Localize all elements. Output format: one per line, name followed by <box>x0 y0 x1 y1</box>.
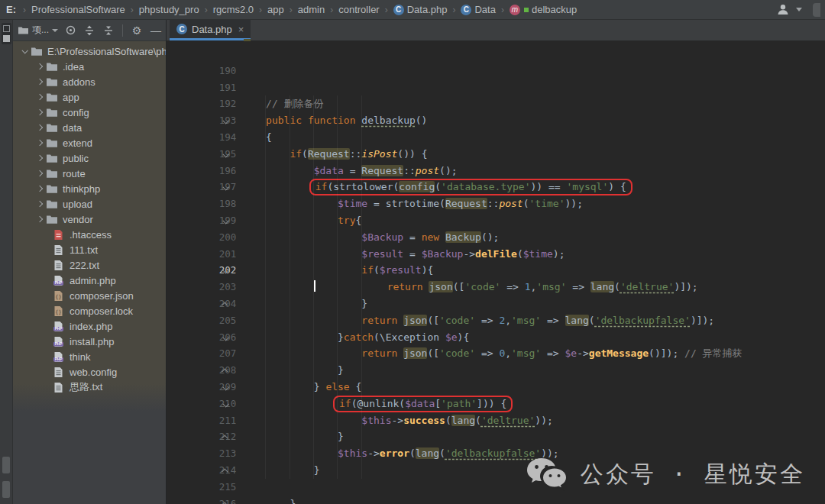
close-icon[interactable]: × <box>238 24 244 35</box>
breadcrumb-item-controller[interactable]: controller <box>338 4 379 15</box>
bottom-tool-window-tab[interactable] <box>2 457 10 473</box>
chevron-right-icon[interactable] <box>37 79 43 85</box>
chevron-down-icon[interactable] <box>796 8 802 11</box>
tree-file-web-config[interactable]: web.config <box>13 364 166 380</box>
folder-icon <box>46 92 58 103</box>
chevron-right-icon[interactable] <box>37 94 43 100</box>
annotation-red-box: if(@unlink($data['path'])) { <box>333 396 513 412</box>
breadcrumb-right-controls <box>777 3 820 17</box>
breadcrumb-item-professionalsoftware[interactable]: ProfessionalSoftware <box>31 4 125 15</box>
line-number: 194 <box>209 129 236 146</box>
tree-folder-data[interactable]: data <box>13 120 166 135</box>
chevron-right-icon[interactable] <box>37 63 43 69</box>
folder-icon <box>18 25 29 35</box>
tree-folder-thinkphp[interactable]: thinkphp <box>13 181 166 196</box>
tree-file-222-txt[interactable]: 222.txt <box>13 257 166 273</box>
folder-icon <box>46 199 58 210</box>
svg-text:{}: {} <box>55 309 61 315</box>
user-icon[interactable] <box>777 4 790 15</box>
tree-folder-extend[interactable]: extend <box>13 135 166 150</box>
line-number: 215 <box>209 479 236 496</box>
tree-folder-app[interactable]: app <box>13 89 166 105</box>
svg-text:PHP: PHP <box>55 327 62 331</box>
code-line-191[interactable]: 191 // 删除备份 <box>167 63 825 79</box>
code-line-192[interactable]: 192 public function delbackup() <box>167 79 825 96</box>
breadcrumb-separator: › <box>259 5 262 15</box>
svg-text:PHP: PHP <box>55 357 62 361</box>
line-number: 198 <box>209 195 236 212</box>
breadcrumb-separator: › <box>452 5 455 15</box>
expand-all-button[interactable] <box>82 24 96 37</box>
collapse-all-button[interactable] <box>102 24 115 37</box>
chevron-right-icon[interactable] <box>37 109 43 115</box>
chevron-right-icon[interactable] <box>37 155 43 161</box>
breadcrumb-item-phpstudy-pro[interactable]: phpstudy_pro <box>139 4 199 15</box>
breadcrumb-item-data-php[interactable]: CData.php <box>393 4 448 15</box>
hide-panel-button[interactable]: — <box>149 24 163 37</box>
chevron-down-icon[interactable] <box>21 47 28 53</box>
chevron-right-icon[interactable] <box>37 124 43 131</box>
locate-file-button[interactable] <box>63 24 77 37</box>
tree-file-htaccess[interactable]: .htaccess <box>13 227 166 242</box>
tree-folder-upload[interactable]: upload <box>13 196 166 212</box>
line-number: 191 <box>209 79 236 96</box>
tree-folder-public[interactable]: public <box>13 150 166 166</box>
folder-icon <box>46 153 58 164</box>
toolbar-divider <box>122 24 123 37</box>
chevron-right-icon[interactable] <box>37 201 43 207</box>
settings-gear-icon[interactable]: ⚙ <box>130 24 144 37</box>
php-file-icon: PHP <box>53 351 65 363</box>
tree-file-思路-txt[interactable]: 思路.txt <box>13 380 166 395</box>
json-file-icon: {} <box>53 305 65 317</box>
project-tool-icon <box>3 25 10 32</box>
tree-folder-config[interactable]: config <box>13 105 166 120</box>
cropped-toolbar-button[interactable] <box>813 3 820 17</box>
php-file-icon: PHP <box>53 275 65 286</box>
code-line-190[interactable]: 190 <box>167 46 825 63</box>
project-stripe-tab[interactable] <box>2 23 11 44</box>
chevron-down-icon <box>52 29 58 32</box>
tree-file-admin-php[interactable]: PHP admin.php <box>13 273 166 288</box>
json-file-icon: {} <box>53 290 65 302</box>
folder-icon <box>46 76 58 88</box>
tree-file-111-txt[interactable]: 111.txt <box>13 242 166 257</box>
project-view-selector[interactable]: 项... <box>18 24 58 37</box>
tree-folder-route[interactable]: route <box>13 166 166 181</box>
tree-file-composer-json[interactable]: {} composer.json <box>13 288 166 303</box>
chevron-right-icon[interactable] <box>37 170 43 176</box>
breadcrumb-item-drive[interactable]: E: <box>6 4 16 15</box>
tree-file-think[interactable]: PHP think <box>13 349 166 364</box>
bottom-stripe-tabs <box>2 457 10 498</box>
tab-data-php[interactable]: C Data.php × <box>170 20 251 40</box>
php-file-icon: PHP <box>53 336 65 347</box>
editor-tab-bar: C Data.php × <box>167 20 825 41</box>
php-file-icon: PHP <box>53 321 65 332</box>
code-lines: 190 191 // 删除备份 192 public function delb… <box>167 46 825 504</box>
tree-folder-vendor[interactable]: vendor <box>13 212 166 227</box>
htaccess-file-icon <box>53 229 65 241</box>
tree-file-index-php[interactable]: PHP index.php <box>13 318 166 334</box>
tree-folder-addons[interactable]: addons <box>13 74 166 89</box>
breadcrumb-items: ›ProfessionalSoftware›phpstudy_pro›rgcms… <box>18 4 771 15</box>
breadcrumb-item-data[interactable]: CData <box>461 4 495 15</box>
breadcrumb-item-admin[interactable]: admin <box>298 4 325 15</box>
chevron-right-icon[interactable] <box>37 186 43 192</box>
txt-file-icon <box>53 382 65 393</box>
tree-folder-idea[interactable]: .idea <box>13 59 166 74</box>
chevron-right-icon[interactable] <box>37 216 43 222</box>
breadcrumb-item-app[interactable]: app <box>267 4 284 15</box>
tree-file-install-php[interactable]: PHP install.php <box>13 334 166 349</box>
breadcrumb-separator: › <box>205 5 208 15</box>
breadcrumb-item-delbackup[interactable]: mdelbackup <box>510 4 577 15</box>
tree-file-composer-lock[interactable]: {} composer.lock <box>13 303 166 318</box>
bottom-tool-window-tab[interactable] <box>2 481 10 498</box>
chevron-right-icon[interactable] <box>37 140 43 146</box>
annotation-red-box: if(strtolower(config('database.type')) =… <box>309 179 632 195</box>
public-modifier-icon <box>524 8 529 12</box>
tree-root[interactable]: E:\ProfessionalSoftware\phps <box>13 44 166 59</box>
folder-icon <box>46 122 58 134</box>
breadcrumb-separator: › <box>23 5 26 15</box>
breadcrumb-item-rgcms2-0[interactable]: rgcms2.0 <box>213 4 254 15</box>
folder-icon <box>46 183 58 195</box>
code-editor[interactable]: 190 191 // 删除备份 192 public function delb… <box>167 41 825 504</box>
